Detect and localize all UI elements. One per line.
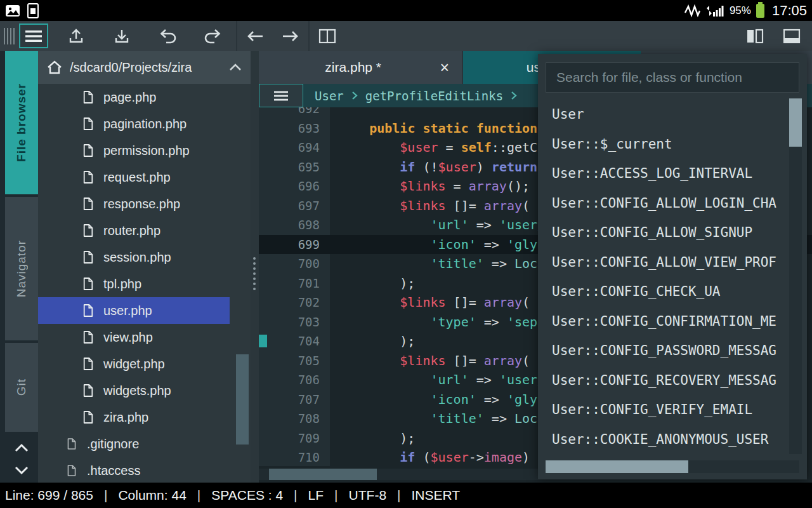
file-item[interactable]: page.php xyxy=(38,84,230,110)
status-bar-bottom: Line: 699 / 865|Column: 44|SPACES : 4|LF… xyxy=(0,483,812,508)
breadcrumb-menu-button[interactable] xyxy=(259,84,303,107)
completion-hscrollbar[interactable] xyxy=(546,460,799,473)
line-number[interactable]: 702 xyxy=(259,293,330,312)
status-item[interactable]: LF xyxy=(308,488,324,503)
split-view-button[interactable] xyxy=(310,21,345,51)
status-item[interactable]: Column: 44 xyxy=(118,488,186,503)
line-number-text: 701 xyxy=(298,276,320,290)
line-number-text: 695 xyxy=(298,160,320,174)
status-item[interactable]: INSERT xyxy=(412,488,461,503)
file-item[interactable]: response.php xyxy=(38,190,230,217)
line-number[interactable]: 705 xyxy=(259,351,330,371)
breadcrumb-item-class[interactable]: User xyxy=(315,89,344,103)
panel-bottom-button[interactable] xyxy=(778,21,806,51)
line-number[interactable]: 710 xyxy=(259,448,330,466)
completion-item[interactable]: User::CONFIG_ALLOW_LOGIN_CHA xyxy=(538,189,784,218)
completion-item[interactable]: User::CONFIG_ALLOW_SIGNUP xyxy=(538,218,784,248)
editor-resize-handle[interactable] xyxy=(251,51,259,483)
screen: 95% 17:05 xyxy=(0,0,812,508)
line-number[interactable]: 700 xyxy=(259,254,330,274)
file-item[interactable]: .gitignore xyxy=(38,431,230,457)
status-item[interactable]: SPACES : 4 xyxy=(211,488,283,503)
redo-button[interactable] xyxy=(190,21,236,51)
close-icon[interactable]: × xyxy=(437,58,452,77)
completion-item[interactable]: User::ACCESS_LOG_INTERVAL xyxy=(538,159,784,189)
line-number[interactable]: 698 xyxy=(259,215,330,235)
file-item[interactable]: .htaccess xyxy=(38,457,230,483)
line-number[interactable]: 699 xyxy=(259,235,330,255)
line-number[interactable]: 696 xyxy=(259,177,330,196)
sidebar-tab-navigator[interactable]: Navigator xyxy=(5,197,38,340)
file-item[interactable]: zira.php xyxy=(38,404,230,431)
status-item[interactable]: Line: 699 / 865 xyxy=(5,488,93,503)
upload-button[interactable] xyxy=(53,21,99,51)
menu-button[interactable] xyxy=(19,23,48,48)
panel-split-button[interactable] xyxy=(741,21,769,51)
line-number[interactable]: 695 xyxy=(259,157,330,177)
completion-item[interactable]: User::CONFIG_PASSWORD_MESSAG xyxy=(538,336,784,366)
sidebar-tab-file-browser[interactable]: File browser xyxy=(5,51,38,194)
file-item[interactable]: widget.php xyxy=(38,351,230,377)
completion-vscrollbar-thumb[interactable] xyxy=(789,98,802,147)
completion-item[interactable]: User xyxy=(538,100,784,130)
line-number-text: 697 xyxy=(298,199,320,213)
search-input[interactable] xyxy=(546,62,799,93)
line-number[interactable]: 706 xyxy=(259,370,330,390)
sidebar-tab-git[interactable]: Git xyxy=(5,343,38,432)
side-tab-strip: File browser Navigator Git xyxy=(0,51,38,483)
status-separator: | xyxy=(334,488,337,503)
file-name: widgets.php xyxy=(103,384,171,398)
line-number[interactable]: 709 xyxy=(259,429,330,448)
completion-hscrollbar-thumb[interactable] xyxy=(546,460,688,473)
editor-hscrollbar-thumb[interactable] xyxy=(269,469,377,480)
back-button[interactable] xyxy=(237,21,273,51)
file-list-scroll-down-button[interactable] xyxy=(5,460,38,481)
file-path-header[interactable]: /sdcard0/Projects/zira xyxy=(38,51,251,84)
file-item[interactable]: pagination.php xyxy=(38,110,230,137)
tab-zira-php[interactable]: zira.php * × xyxy=(259,51,463,84)
file-item[interactable]: permission.php xyxy=(38,137,230,164)
line-number[interactable]: 703 xyxy=(259,312,330,332)
line-number[interactable]: 694 xyxy=(259,138,330,157)
file-item[interactable]: user.php xyxy=(38,297,230,324)
editor-hscrollbar[interactable] xyxy=(259,469,538,480)
chevron-right-icon xyxy=(351,91,358,100)
home-icon xyxy=(47,60,62,74)
document-icon xyxy=(82,117,94,131)
scroll-down-icon xyxy=(15,466,29,475)
file-item[interactable]: router.php xyxy=(38,217,230,244)
line-number[interactable]: 708 xyxy=(259,409,330,429)
status-item[interactable]: UTF-8 xyxy=(349,488,387,503)
completion-item[interactable]: User::$_current xyxy=(538,130,784,159)
completion-item[interactable]: User::CONFIG_VERIFY_EMAIL xyxy=(538,395,784,425)
file-item[interactable]: view.php xyxy=(38,324,230,351)
completion-vscrollbar[interactable] xyxy=(789,98,802,454)
document-icon xyxy=(67,464,77,476)
line-number[interactable]: 704 xyxy=(259,331,330,351)
clock: 17:05 xyxy=(772,3,807,19)
drag-handle-icon xyxy=(253,257,256,290)
file-item[interactable]: tpl.php xyxy=(38,271,230,297)
save-button[interactable] xyxy=(99,21,145,51)
completion-item[interactable]: User::COOKIE_ANONYMOUS_USER xyxy=(538,425,784,451)
completion-item[interactable]: User::CONFIG_CHECK_UA xyxy=(538,277,784,307)
file-item[interactable]: session.php xyxy=(38,244,230,271)
completion-item[interactable]: User::CONFIG_RECOVERY_MESSAG xyxy=(538,366,784,396)
undo-button[interactable] xyxy=(145,21,190,51)
file-item[interactable]: request.php xyxy=(38,164,230,190)
line-number[interactable]: 693 xyxy=(259,119,330,138)
completion-item[interactable]: User::CONFIG_ALLOW_VIEW_PROF xyxy=(538,248,784,277)
line-number[interactable]: 701 xyxy=(259,274,330,293)
file-list-scrollbar[interactable] xyxy=(236,354,249,444)
line-number[interactable]: 692 xyxy=(259,107,330,119)
drawer-handle-icon[interactable] xyxy=(0,21,18,51)
file-list-scroll-up-button[interactable] xyxy=(5,437,38,458)
redo-icon xyxy=(204,29,223,44)
breadcrumb-item-function[interactable]: getProfileEditLinks xyxy=(365,89,503,103)
completion-item[interactable]: User::CONFIG_CONFIRMATION_ME xyxy=(538,307,784,337)
file-item[interactable]: widgets.php xyxy=(38,377,230,404)
line-number[interactable]: 697 xyxy=(259,196,330,216)
document-icon xyxy=(82,410,94,424)
line-number[interactable]: 707 xyxy=(259,390,330,410)
forward-button[interactable] xyxy=(273,21,308,51)
